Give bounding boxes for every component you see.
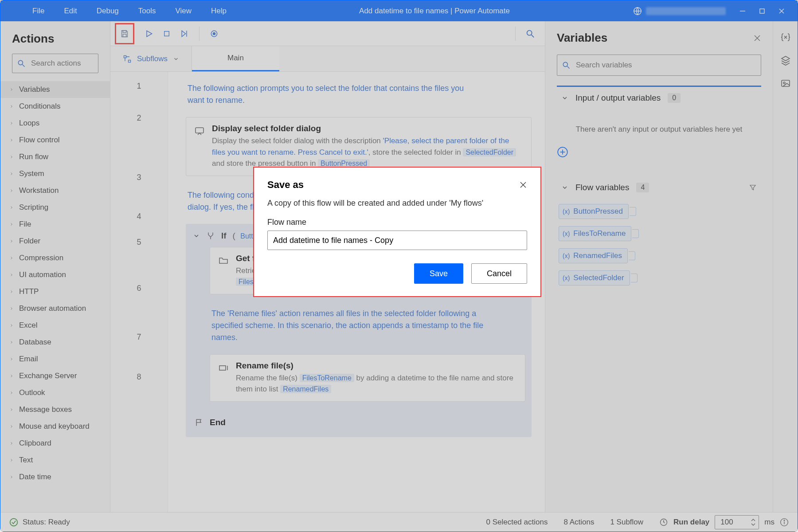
step-rename-files[interactable]: Rename file(s) Rename the file(s) FilesT… xyxy=(210,354,525,402)
menu-edit[interactable]: Edit xyxy=(54,7,86,16)
category-variables[interactable]: Variables xyxy=(0,81,110,98)
close-panel-icon[interactable] xyxy=(753,34,761,42)
chevron-right-icon xyxy=(9,374,14,378)
image-rail-icon[interactable] xyxy=(780,78,791,89)
search-variables-input[interactable]: Search variables xyxy=(557,55,761,76)
category-compression[interactable]: Compression xyxy=(0,250,110,266)
svg-point-15 xyxy=(527,30,532,35)
category-clipboard[interactable]: Clipboard xyxy=(0,435,110,452)
chevron-right-icon xyxy=(9,138,14,142)
category-run-flow[interactable]: Run flow xyxy=(0,149,110,165)
category-outlook[interactable]: Outlook xyxy=(0,384,110,401)
dialog-title: Save as xyxy=(267,179,304,191)
status-actions: 8 Actions xyxy=(563,518,594,527)
category-conditionals[interactable]: Conditionals xyxy=(0,98,110,115)
cancel-button[interactable]: Cancel xyxy=(471,263,527,284)
action-categories[interactable]: VariablesConditionalsLoopsFlow controlRu… xyxy=(0,81,110,485)
flow-var-selectedfolder[interactable]: (x) SelectedFolder xyxy=(559,270,630,286)
chevron-down-icon xyxy=(561,184,568,191)
filter-icon[interactable] xyxy=(749,184,757,192)
svg-point-14 xyxy=(213,32,215,35)
end-row[interactable]: End xyxy=(192,413,525,432)
flow-variables-section: Flow variables 4 (x) ButtonPressed(x) Fi… xyxy=(557,176,761,291)
svg-rect-2 xyxy=(760,9,764,13)
step-title: Rename file(s) xyxy=(236,361,517,371)
subflows-label: Subflows xyxy=(137,55,168,63)
flow-var-filestorename[interactable]: (x) FilesToRename xyxy=(559,226,631,241)
category-system[interactable]: System xyxy=(0,165,110,182)
plus-circle-icon xyxy=(557,146,568,158)
record-button[interactable] xyxy=(209,29,219,39)
category-excel[interactable]: Excel xyxy=(0,317,110,334)
variables-panel: Variables Search variables Input / outpu… xyxy=(545,21,798,512)
category-message-boxes[interactable]: Message boxes xyxy=(0,401,110,418)
save-highlight xyxy=(115,23,134,44)
category-email[interactable]: Email xyxy=(0,351,110,368)
run-button[interactable] xyxy=(144,29,154,39)
subflows-icon xyxy=(123,55,132,63)
chevron-right-icon xyxy=(9,458,14,462)
chevron-right-icon xyxy=(9,340,14,344)
io-variables-header[interactable]: Input / output variables 0 xyxy=(557,87,761,109)
menu-debug[interactable]: Debug xyxy=(87,7,129,16)
minimize-icon[interactable] xyxy=(739,8,746,15)
subflows-dropdown[interactable]: Subflows xyxy=(110,46,192,71)
flow-var-renamedfiles[interactable]: (x) RenamedFiles xyxy=(559,248,628,263)
account-area[interactable] xyxy=(633,6,739,16)
tab-main[interactable]: Main xyxy=(192,46,279,71)
chevron-right-icon xyxy=(9,87,14,92)
chevron-down-icon[interactable] xyxy=(193,232,200,239)
layers-rail-icon[interactable] xyxy=(780,55,791,66)
category-http[interactable]: HTTP xyxy=(0,283,110,300)
search-actions-input[interactable]: Search actions xyxy=(12,54,98,73)
category-date-time[interactable]: Date time xyxy=(0,469,110,485)
clock-icon xyxy=(659,518,668,527)
io-count-badge: 0 xyxy=(668,93,681,103)
add-io-variable-button[interactable] xyxy=(557,143,761,167)
stop-button[interactable] xyxy=(162,29,172,39)
category-folder[interactable]: Folder xyxy=(0,233,110,250)
status-selected: 0 Selected actions xyxy=(486,518,548,527)
category-exchange-server[interactable]: Exchange Server xyxy=(0,368,110,384)
close-icon[interactable] xyxy=(778,8,785,15)
variables-rail-icon[interactable] xyxy=(780,32,791,43)
chevron-right-icon xyxy=(9,188,14,193)
status-subflows: 1 Subflow xyxy=(610,518,643,527)
menu-file[interactable]: File xyxy=(23,7,54,16)
flow-name-input[interactable] xyxy=(267,231,527,250)
category-browser-automation[interactable]: Browser automation xyxy=(0,300,110,317)
category-mouse-and-keyboard[interactable]: Mouse and keyboard xyxy=(0,418,110,435)
chevron-right-icon xyxy=(9,239,14,243)
category-workstation[interactable]: Workstation xyxy=(0,182,110,199)
category-file[interactable]: File xyxy=(0,216,110,233)
menu-help[interactable]: Help xyxy=(201,7,236,16)
svg-point-29 xyxy=(783,82,785,84)
step-button[interactable] xyxy=(180,29,189,39)
flow-variables-header[interactable]: Flow variables 4 xyxy=(557,176,761,199)
menu-tools[interactable]: Tools xyxy=(129,7,166,16)
category-database[interactable]: Database xyxy=(0,334,110,351)
search-flow-button[interactable] xyxy=(525,29,535,39)
category-loops[interactable]: Loops xyxy=(0,115,110,132)
search-variables-placeholder: Search variables xyxy=(576,61,632,70)
maximize-icon[interactable] xyxy=(759,8,766,15)
status-bar: Status: Ready 0 Selected actions 8 Actio… xyxy=(0,512,798,532)
menu-view[interactable]: View xyxy=(166,7,202,16)
chevron-right-icon xyxy=(9,424,14,429)
delay-input[interactable]: 100 xyxy=(715,515,759,529)
stepper-icon[interactable] xyxy=(751,518,756,527)
save-button[interactable]: Save xyxy=(414,263,463,284)
dialog-close-icon[interactable] xyxy=(519,181,527,189)
actions-panel: Actions Search actions VariablesConditio… xyxy=(0,21,110,512)
svg-rect-17 xyxy=(124,55,126,58)
category-scripting[interactable]: Scripting xyxy=(0,199,110,216)
category-text[interactable]: Text xyxy=(0,452,110,469)
category-flow-control[interactable]: Flow control xyxy=(0,132,110,149)
info-icon[interactable] xyxy=(780,518,789,527)
globe-icon xyxy=(633,6,642,16)
folder-icon xyxy=(218,255,229,266)
save-button[interactable] xyxy=(120,29,129,39)
category-ui-automation[interactable]: UI automation xyxy=(0,266,110,283)
chevron-right-icon xyxy=(9,323,14,328)
flow-var-buttonpressed[interactable]: (x) ButtonPressed xyxy=(559,204,629,219)
